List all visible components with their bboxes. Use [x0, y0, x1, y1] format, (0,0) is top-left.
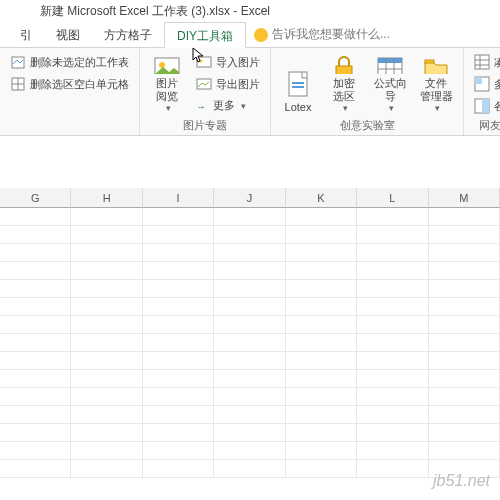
- cell[interactable]: [214, 226, 285, 244]
- cell[interactable]: [143, 388, 214, 406]
- cell[interactable]: [143, 406, 214, 424]
- cell[interactable]: [71, 226, 142, 244]
- picture-view-button[interactable]: 图片 阅览: [146, 52, 188, 116]
- cell[interactable]: [143, 352, 214, 370]
- cell[interactable]: [71, 208, 142, 226]
- cell[interactable]: [286, 406, 357, 424]
- cell[interactable]: [357, 352, 428, 370]
- cell[interactable]: [357, 280, 428, 298]
- cell[interactable]: [0, 352, 71, 370]
- cell[interactable]: [429, 298, 500, 316]
- cell[interactable]: [71, 406, 142, 424]
- tab-diy-toolbox[interactable]: DIY工具箱: [164, 22, 246, 48]
- cell[interactable]: [143, 442, 214, 460]
- cell[interactable]: [214, 280, 285, 298]
- cell[interactable]: [429, 442, 500, 460]
- cell[interactable]: [286, 334, 357, 352]
- col-hdr[interactable]: J: [214, 188, 285, 208]
- cell[interactable]: [214, 334, 285, 352]
- make-number-button[interactable]: 凑数: [470, 52, 500, 72]
- cell[interactable]: [429, 406, 500, 424]
- multi-region-sum-button[interactable]: 多区域汇总: [470, 74, 500, 94]
- cell[interactable]: [0, 316, 71, 334]
- more-button[interactable]: 更多: [192, 96, 264, 115]
- tab-partial[interactable]: 引: [8, 22, 44, 47]
- cell[interactable]: [357, 262, 428, 280]
- cell[interactable]: [0, 244, 71, 262]
- cell[interactable]: [429, 424, 500, 442]
- cell[interactable]: [357, 244, 428, 262]
- cell[interactable]: [357, 460, 428, 478]
- cell[interactable]: [357, 406, 428, 424]
- cell[interactable]: [429, 316, 500, 334]
- lotex-button[interactable]: Lotex: [277, 52, 319, 116]
- cell[interactable]: [357, 370, 428, 388]
- cell[interactable]: [214, 460, 285, 478]
- cell[interactable]: [214, 298, 285, 316]
- cell[interactable]: [429, 244, 500, 262]
- cell[interactable]: [0, 460, 71, 478]
- cell[interactable]: [0, 298, 71, 316]
- cell[interactable]: [143, 244, 214, 262]
- cell[interactable]: [71, 298, 142, 316]
- cell[interactable]: [286, 388, 357, 406]
- cell[interactable]: [71, 262, 142, 280]
- cell[interactable]: [429, 370, 500, 388]
- cell[interactable]: [286, 316, 357, 334]
- cell[interactable]: [71, 388, 142, 406]
- formula-wizard-button[interactable]: 公式向 导: [369, 52, 411, 116]
- cell[interactable]: [0, 370, 71, 388]
- cell[interactable]: [286, 424, 357, 442]
- cell[interactable]: [286, 352, 357, 370]
- cell[interactable]: [0, 406, 71, 424]
- cell[interactable]: [71, 244, 142, 262]
- cell[interactable]: [0, 226, 71, 244]
- cell[interactable]: [286, 208, 357, 226]
- cell[interactable]: [429, 352, 500, 370]
- cell[interactable]: [214, 442, 285, 460]
- cell[interactable]: [214, 370, 285, 388]
- cell[interactable]: [0, 388, 71, 406]
- cell[interactable]: [429, 334, 500, 352]
- cell[interactable]: [214, 244, 285, 262]
- cell[interactable]: [143, 424, 214, 442]
- cell[interactable]: [0, 280, 71, 298]
- cell[interactable]: [71, 460, 142, 478]
- cell[interactable]: [357, 316, 428, 334]
- cell[interactable]: [143, 262, 214, 280]
- file-manager-button[interactable]: 文件 管理器: [415, 52, 457, 116]
- cell[interactable]: [71, 280, 142, 298]
- cell[interactable]: [0, 334, 71, 352]
- cell[interactable]: [0, 424, 71, 442]
- col-hdr[interactable]: G: [0, 188, 71, 208]
- cell[interactable]: [143, 226, 214, 244]
- tab-ffgz[interactable]: 方方格子: [92, 22, 164, 47]
- column-cumulative-button[interactable]: 各列累计汇: [470, 96, 500, 116]
- cell[interactable]: [286, 442, 357, 460]
- cell[interactable]: [214, 388, 285, 406]
- cell[interactable]: [143, 316, 214, 334]
- cell[interactable]: [71, 424, 142, 442]
- col-hdr[interactable]: K: [286, 188, 357, 208]
- cell[interactable]: [429, 280, 500, 298]
- cell[interactable]: [357, 334, 428, 352]
- cell[interactable]: [357, 208, 428, 226]
- cell[interactable]: [143, 280, 214, 298]
- col-hdr[interactable]: I: [143, 188, 214, 208]
- cell[interactable]: [0, 442, 71, 460]
- tab-view[interactable]: 视图: [44, 22, 92, 47]
- cell[interactable]: [0, 262, 71, 280]
- cell[interactable]: [143, 334, 214, 352]
- cell[interactable]: [71, 442, 142, 460]
- cell[interactable]: [143, 208, 214, 226]
- cell[interactable]: [286, 370, 357, 388]
- delete-blank-cells-button[interactable]: 删除选区空白单元格: [6, 74, 133, 94]
- cell[interactable]: [429, 208, 500, 226]
- col-hdr[interactable]: L: [357, 188, 428, 208]
- cell[interactable]: [0, 208, 71, 226]
- tell-me[interactable]: 告诉我您想要做什么...: [246, 22, 398, 47]
- cell[interactable]: [214, 406, 285, 424]
- cell[interactable]: [71, 352, 142, 370]
- cell[interactable]: [214, 424, 285, 442]
- cell[interactable]: [357, 388, 428, 406]
